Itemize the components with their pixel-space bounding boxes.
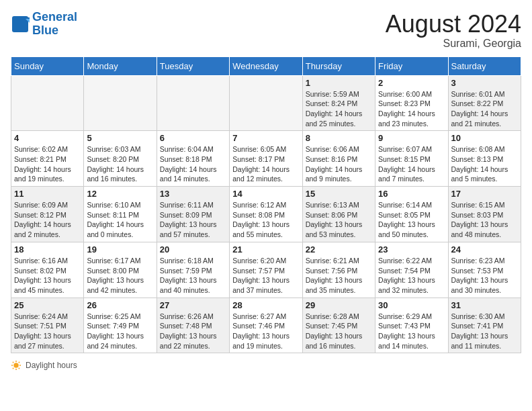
day-info: Sunrise: 6:29 AMSunset: 7:43 PMDaylight:…: [378, 312, 445, 351]
calendar-cell: [11, 75, 84, 131]
day-number: 2: [378, 78, 445, 88]
calendar-cell: 30Sunrise: 6:29 AMSunset: 7:43 PMDayligh…: [375, 298, 448, 353]
dow-header: Friday: [375, 56, 448, 75]
calendar-cell: 26Sunrise: 6:25 AMSunset: 7:49 PMDayligh…: [84, 298, 157, 353]
calendar-cell: 9Sunrise: 6:07 AMSunset: 8:15 PMDaylight…: [375, 131, 448, 187]
day-number: 14: [232, 189, 299, 199]
calendar-cell: 23Sunrise: 6:22 AMSunset: 7:54 PMDayligh…: [375, 242, 448, 298]
calendar-cell: 1Sunrise: 5:59 AMSunset: 8:24 PMDaylight…: [302, 75, 375, 131]
dow-header: Sunday: [11, 56, 84, 75]
calendar-cell: 7Sunrise: 6:05 AMSunset: 8:17 PMDaylight…: [230, 131, 302, 187]
day-info: Sunrise: 6:24 AMSunset: 7:51 PMDaylight:…: [14, 312, 81, 351]
day-number: 13: [160, 189, 226, 199]
calendar-cell: 13Sunrise: 6:11 AMSunset: 8:09 PMDayligh…: [157, 187, 229, 242]
day-number: 9: [378, 133, 445, 143]
calendar-cell: 31Sunrise: 6:30 AMSunset: 7:41 PMDayligh…: [448, 298, 521, 353]
calendar-cell: 27Sunrise: 6:26 AMSunset: 7:48 PMDayligh…: [157, 298, 229, 353]
day-number: 24: [451, 244, 518, 255]
svg-point-3: [14, 363, 19, 368]
day-number: 28: [232, 300, 299, 310]
dow-header: Saturday: [448, 56, 521, 75]
day-number: 1: [306, 78, 372, 88]
dow-header: Monday: [84, 56, 157, 75]
day-info: Sunrise: 6:09 AMSunset: 8:12 PMDaylight:…: [14, 200, 81, 240]
calendar-cell: 15Sunrise: 6:13 AMSunset: 8:06 PMDayligh…: [302, 187, 375, 242]
page-header: General Blue August 2024 Surami, Georgia: [11, 11, 521, 50]
sun-icon: [11, 360, 21, 371]
calendar-cell: 12Sunrise: 6:10 AMSunset: 8:11 PMDayligh…: [84, 187, 157, 242]
location: Surami, Georgia: [386, 38, 521, 50]
dow-header: Thursday: [302, 56, 375, 75]
calendar-table: SundayMondayTuesdayWednesdayThursdayFrid…: [11, 56, 521, 354]
day-info: Sunrise: 6:02 AMSunset: 8:21 PMDaylight:…: [14, 144, 81, 184]
calendar-cell: 2Sunrise: 6:00 AMSunset: 8:23 PMDaylight…: [375, 75, 448, 131]
dow-header: Wednesday: [230, 56, 302, 75]
svg-line-9: [19, 368, 19, 369]
day-info: Sunrise: 6:04 AMSunset: 8:18 PMDaylight:…: [160, 144, 226, 184]
daylight-label: Daylight hours: [26, 361, 77, 370]
day-info: Sunrise: 6:00 AMSunset: 8:23 PMDaylight:…: [378, 89, 445, 129]
day-number: 22: [306, 244, 372, 255]
calendar-cell: 4Sunrise: 6:02 AMSunset: 8:21 PMDaylight…: [11, 131, 84, 187]
footer: Daylight hours: [11, 360, 521, 371]
day-number: 3: [451, 78, 518, 88]
logo: General Blue: [11, 11, 77, 38]
calendar-cell: 10Sunrise: 6:08 AMSunset: 8:13 PMDayligh…: [448, 131, 521, 187]
calendar-cell: 28Sunrise: 6:27 AMSunset: 7:46 PMDayligh…: [230, 298, 302, 353]
calendar-cell: [157, 75, 229, 131]
day-info: Sunrise: 6:23 AMSunset: 7:53 PMDaylight:…: [451, 256, 518, 295]
calendar-cell: 18Sunrise: 6:16 AMSunset: 8:02 PMDayligh…: [11, 242, 84, 298]
day-info: Sunrise: 6:08 AMSunset: 8:13 PMDaylight:…: [451, 144, 518, 184]
day-info: Sunrise: 5:59 AMSunset: 8:24 PMDaylight:…: [306, 89, 372, 129]
calendar-cell: 6Sunrise: 6:04 AMSunset: 8:18 PMDaylight…: [157, 131, 229, 187]
calendar-cell: 22Sunrise: 6:21 AMSunset: 7:56 PMDayligh…: [302, 242, 375, 298]
day-info: Sunrise: 6:14 AMSunset: 8:05 PMDaylight:…: [378, 200, 445, 240]
calendar-cell: 19Sunrise: 6:17 AMSunset: 8:00 PMDayligh…: [84, 242, 157, 298]
logo-text: General Blue: [32, 11, 77, 38]
day-number: 29: [306, 300, 372, 310]
calendar-cell: 25Sunrise: 6:24 AMSunset: 7:51 PMDayligh…: [11, 298, 84, 353]
calendar-cell: 5Sunrise: 6:03 AMSunset: 8:20 PMDaylight…: [84, 131, 157, 187]
svg-line-11: [13, 368, 13, 369]
calendar-cell: 11Sunrise: 6:09 AMSunset: 8:12 PMDayligh…: [11, 187, 84, 242]
day-number: 26: [87, 300, 153, 310]
svg-line-10: [19, 362, 19, 363]
calendar-cell: 21Sunrise: 6:20 AMSunset: 7:57 PMDayligh…: [230, 242, 302, 298]
day-info: Sunrise: 6:27 AMSunset: 7:46 PMDaylight:…: [232, 312, 299, 351]
day-number: 12: [87, 189, 153, 199]
calendar-cell: 29Sunrise: 6:28 AMSunset: 7:45 PMDayligh…: [302, 298, 375, 353]
day-info: Sunrise: 6:16 AMSunset: 8:02 PMDaylight:…: [14, 256, 81, 295]
calendar-cell: [230, 75, 302, 131]
day-info: Sunrise: 6:13 AMSunset: 8:06 PMDaylight:…: [306, 200, 372, 240]
day-number: 21: [232, 244, 299, 255]
day-info: Sunrise: 6:12 AMSunset: 8:08 PMDaylight:…: [232, 200, 299, 240]
day-info: Sunrise: 6:01 AMSunset: 8:22 PMDaylight:…: [451, 89, 518, 129]
day-number: 17: [451, 189, 518, 199]
day-number: 23: [378, 244, 445, 255]
day-info: Sunrise: 6:21 AMSunset: 7:56 PMDaylight:…: [306, 256, 372, 295]
day-info: Sunrise: 6:06 AMSunset: 8:16 PMDaylight:…: [306, 144, 372, 184]
dow-header: Tuesday: [157, 56, 229, 75]
day-number: 16: [378, 189, 445, 199]
calendar-cell: 3Sunrise: 6:01 AMSunset: 8:22 PMDaylight…: [448, 75, 521, 131]
month-year: August 2024: [386, 11, 521, 38]
calendar-cell: 24Sunrise: 6:23 AMSunset: 7:53 PMDayligh…: [448, 242, 521, 298]
svg-line-8: [13, 362, 13, 363]
calendar-cell: 16Sunrise: 6:14 AMSunset: 8:05 PMDayligh…: [375, 187, 448, 242]
calendar-cell: 8Sunrise: 6:06 AMSunset: 8:16 PMDaylight…: [302, 131, 375, 187]
day-number: 30: [378, 300, 445, 310]
calendar-cell: 17Sunrise: 6:15 AMSunset: 8:03 PMDayligh…: [448, 187, 521, 242]
day-info: Sunrise: 6:25 AMSunset: 7:49 PMDaylight:…: [87, 312, 153, 351]
day-info: Sunrise: 6:05 AMSunset: 8:17 PMDaylight:…: [232, 144, 299, 184]
calendar-cell: 14Sunrise: 6:12 AMSunset: 8:08 PMDayligh…: [230, 187, 302, 242]
day-number: 8: [306, 133, 372, 143]
day-number: 31: [451, 300, 518, 310]
day-number: 19: [87, 244, 153, 255]
day-info: Sunrise: 6:03 AMSunset: 8:20 PMDaylight:…: [87, 144, 153, 184]
title-block: August 2024 Surami, Georgia: [386, 11, 521, 50]
day-number: 4: [14, 133, 81, 143]
day-number: 5: [87, 133, 153, 143]
day-number: 7: [232, 133, 299, 143]
calendar-cell: 20Sunrise: 6:18 AMSunset: 7:59 PMDayligh…: [157, 242, 229, 298]
logo-icon: [11, 15, 30, 34]
